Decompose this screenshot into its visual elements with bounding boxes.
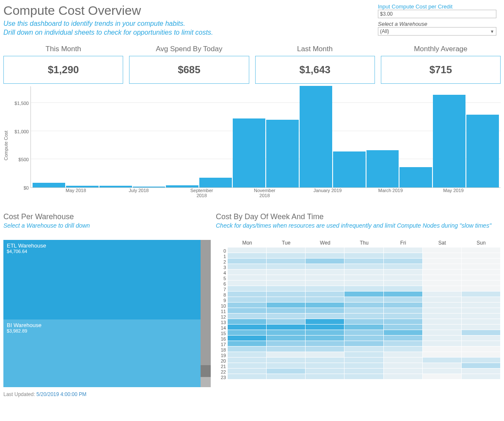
bar[interactable] bbox=[399, 167, 432, 187]
heatmap-cell[interactable] bbox=[228, 275, 267, 280]
heatmap-cell[interactable] bbox=[344, 325, 383, 330]
heatmap-cell[interactable] bbox=[423, 270, 462, 275]
heatmap-cell[interactable] bbox=[267, 281, 306, 286]
heatmap-cell[interactable] bbox=[462, 297, 501, 302]
heatmap-cell[interactable] bbox=[228, 253, 267, 258]
heatmap-cell[interactable] bbox=[384, 270, 423, 275]
treemap-block-small[interactable] bbox=[201, 365, 211, 377]
heatmap-cell[interactable] bbox=[228, 264, 267, 269]
heatmap-cell[interactable] bbox=[344, 292, 383, 297]
heatmap-cell[interactable] bbox=[344, 336, 383, 341]
heatmap-cell[interactable] bbox=[423, 352, 462, 357]
heatmap-cell[interactable] bbox=[228, 325, 267, 330]
heatmap-cell[interactable] bbox=[423, 330, 462, 335]
heatmap-cell[interactable] bbox=[306, 253, 344, 258]
heatmap-cell[interactable] bbox=[306, 314, 344, 319]
bar[interactable] bbox=[33, 183, 65, 187]
treemap-block-small[interactable] bbox=[201, 377, 211, 387]
heatmap-cell[interactable] bbox=[267, 325, 306, 330]
heatmap-cell[interactable] bbox=[462, 292, 501, 297]
heatmap-cell[interactable] bbox=[306, 281, 344, 286]
heatmap-cell[interactable] bbox=[423, 347, 462, 352]
heatmap-cell[interactable] bbox=[384, 308, 423, 313]
heatmap-cell[interactable] bbox=[344, 330, 383, 335]
heatmap-cell[interactable] bbox=[462, 286, 501, 291]
bar[interactable] bbox=[133, 187, 165, 187]
heatmap-cell[interactable] bbox=[344, 319, 383, 324]
bar[interactable] bbox=[433, 95, 465, 187]
treemap-block[interactable]: ETL Warehouse$4,706.64 bbox=[3, 240, 201, 319]
heatmap-cell[interactable] bbox=[384, 292, 423, 297]
heatmap-cell[interactable] bbox=[384, 248, 423, 253]
heatmap-cell[interactable] bbox=[384, 347, 423, 352]
heatmap-cell[interactable] bbox=[228, 358, 267, 363]
heatmap-cell[interactable] bbox=[306, 341, 344, 346]
heatmap-cell[interactable] bbox=[306, 292, 344, 297]
heatmap-cell[interactable] bbox=[423, 286, 462, 291]
bar[interactable] bbox=[233, 118, 265, 187]
heatmap-cell[interactable] bbox=[384, 253, 423, 258]
heatmap-cell[interactable] bbox=[267, 352, 306, 357]
heatmap-cell[interactable] bbox=[267, 358, 306, 363]
heatmap-cell[interactable] bbox=[384, 319, 423, 324]
heatmap-cell[interactable] bbox=[462, 270, 501, 275]
heatmap-cell[interactable] bbox=[384, 259, 423, 264]
heatmap-cell[interactable] bbox=[306, 352, 344, 357]
heatmap-cell[interactable] bbox=[267, 347, 306, 352]
bar[interactable] bbox=[66, 186, 99, 187]
heatmap-cell[interactable] bbox=[423, 303, 462, 308]
heatmap-cell[interactable] bbox=[267, 314, 306, 319]
heatmap-cell[interactable] bbox=[423, 281, 462, 286]
treemap-block-small[interactable] bbox=[201, 240, 211, 365]
heatmap-cell[interactable] bbox=[384, 286, 423, 291]
warehouse-select[interactable]: (All) ▼ bbox=[378, 27, 496, 36]
heatmap-cell[interactable] bbox=[462, 281, 501, 286]
heatmap-cell[interactable] bbox=[423, 308, 462, 313]
bar[interactable] bbox=[199, 178, 232, 187]
bar[interactable] bbox=[300, 86, 332, 187]
heatmap-cell[interactable] bbox=[306, 347, 344, 352]
heatmap-cell[interactable] bbox=[344, 248, 383, 253]
heatmap-cell[interactable] bbox=[306, 358, 344, 363]
heatmap-cell[interactable] bbox=[306, 369, 344, 374]
heatmap-cell[interactable] bbox=[462, 369, 501, 374]
heatmap-cell[interactable] bbox=[228, 259, 267, 264]
heatmap-cell[interactable] bbox=[344, 308, 383, 313]
heatmap-cell[interactable] bbox=[306, 297, 344, 302]
heatmap-cell[interactable] bbox=[228, 270, 267, 275]
heatmap-cell[interactable] bbox=[267, 303, 306, 308]
heatmap-cell[interactable] bbox=[267, 297, 306, 302]
heatmap-cell[interactable] bbox=[267, 363, 306, 368]
heatmap-cell[interactable] bbox=[423, 275, 462, 280]
heatmap-cell[interactable] bbox=[228, 330, 267, 335]
heatmap-cell[interactable] bbox=[462, 259, 501, 264]
heatmap-cell[interactable] bbox=[306, 374, 344, 379]
heatmap-cell[interactable] bbox=[267, 308, 306, 313]
heatmap-cell[interactable] bbox=[384, 264, 423, 269]
heatmap-cell[interactable] bbox=[423, 369, 462, 374]
heatmap-cell[interactable] bbox=[344, 358, 383, 363]
heatmap-cell[interactable] bbox=[344, 275, 383, 280]
heatmap-cell[interactable] bbox=[384, 297, 423, 302]
heatmap-cell[interactable] bbox=[384, 314, 423, 319]
heatmap-cell[interactable] bbox=[267, 336, 306, 341]
heatmap-cell[interactable] bbox=[462, 264, 501, 269]
heatmap-cell[interactable] bbox=[306, 275, 344, 280]
heatmap-cell[interactable] bbox=[306, 248, 344, 253]
heatmap-cell[interactable] bbox=[344, 297, 383, 302]
heatmap-cell[interactable] bbox=[267, 330, 306, 335]
heatmap-cell[interactable] bbox=[462, 374, 501, 379]
heatmap-cell[interactable] bbox=[306, 319, 344, 324]
heatmap-cell[interactable] bbox=[228, 374, 267, 379]
treemap[interactable]: ETL Warehouse$4,706.64BI Warehouse$3,982… bbox=[3, 240, 211, 387]
heatmap-cell[interactable] bbox=[423, 314, 462, 319]
heatmap-cell[interactable] bbox=[344, 253, 383, 258]
heatmap-cell[interactable] bbox=[462, 303, 501, 308]
heatmap-cell[interactable] bbox=[462, 363, 501, 368]
heatmap-cell[interactable] bbox=[384, 363, 423, 368]
heatmap-cell[interactable] bbox=[462, 253, 501, 258]
heatmap-cell[interactable] bbox=[228, 347, 267, 352]
cost-per-credit-input[interactable] bbox=[378, 10, 496, 18]
heatmap-cell[interactable] bbox=[384, 336, 423, 341]
bar[interactable] bbox=[466, 115, 499, 187]
